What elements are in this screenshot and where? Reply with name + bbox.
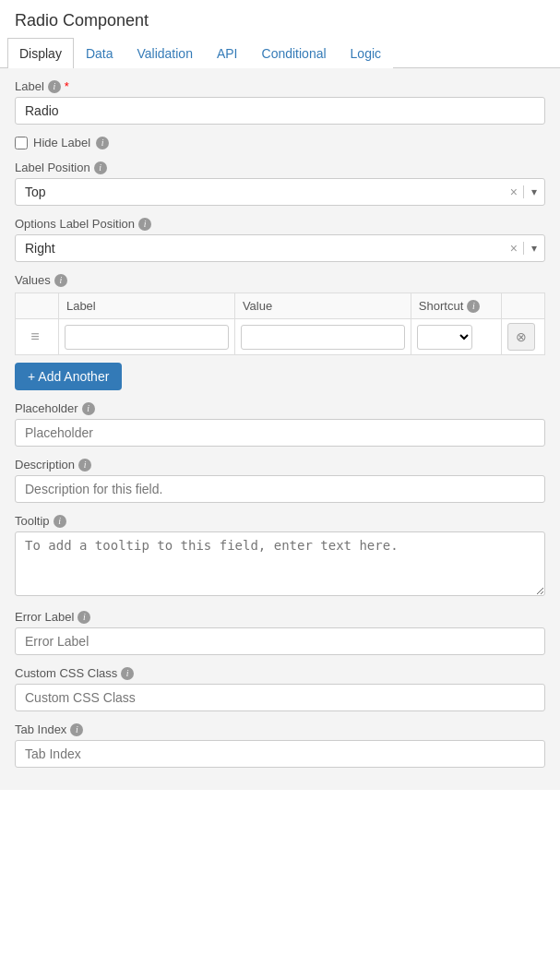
- label-position-label: Label Position i: [15, 161, 545, 174]
- th-value: Value: [234, 293, 411, 319]
- shortcut-help-icon[interactable]: i: [467, 300, 480, 313]
- options-label-help-icon[interactable]: i: [138, 218, 151, 231]
- value-cell: [234, 319, 411, 355]
- options-label-position-label: Options Label Position i: [15, 217, 545, 231]
- values-table-header-row: Label Value Shortcut i: [16, 293, 545, 319]
- label-group: Label i *: [15, 79, 545, 125]
- placeholder-text: Placeholder: [15, 401, 78, 415]
- tabs-bar: Display Data Validation API Conditional …: [0, 38, 560, 68]
- placeholder-input[interactable]: [15, 419, 545, 447]
- options-label-position-text: Options Label Position: [15, 217, 135, 231]
- custom-css-input[interactable]: [15, 684, 545, 711]
- th-shortcut-text: Shortcut: [419, 299, 463, 313]
- label-position-group: Label Position i Top × ▾: [15, 161, 545, 206]
- tab-validation[interactable]: Validation: [125, 38, 204, 68]
- description-input[interactable]: [15, 475, 545, 503]
- tab-index-label: Tab Index i: [15, 722, 545, 736]
- placeholder-help-icon[interactable]: i: [82, 402, 95, 415]
- error-label-help-icon[interactable]: i: [77, 611, 90, 624]
- label-required-star: *: [65, 79, 69, 93]
- label-cell: [58, 319, 234, 355]
- placeholder-group: Placeholder i: [15, 401, 545, 447]
- error-label-group: Error Label i: [15, 610, 545, 655]
- custom-css-help-icon[interactable]: i: [121, 667, 134, 680]
- label-field-label: Label i *: [15, 79, 545, 93]
- shortcut-select-wrapper[interactable]: [417, 325, 472, 350]
- page-title: Radio Component: [0, 0, 560, 38]
- values-section: Values i Label Value Shortcut i: [15, 273, 545, 390]
- custom-css-label: Custom CSS Class i: [15, 666, 545, 680]
- th-label: Label: [58, 293, 234, 319]
- add-another-button[interactable]: + Add Another: [15, 363, 122, 390]
- tooltip-group: Tooltip i: [15, 514, 545, 599]
- tab-api[interactable]: API: [205, 38, 250, 68]
- description-group: Description i: [15, 458, 545, 503]
- label-position-select[interactable]: Top × ▾: [15, 178, 545, 206]
- tab-logic[interactable]: Logic: [339, 38, 393, 68]
- options-label-position-value: Right: [16, 235, 505, 261]
- error-label-text: Error Label: [15, 610, 74, 624]
- tab-conditional[interactable]: Conditional: [250, 38, 339, 68]
- tab-index-text: Tab Index: [15, 722, 66, 736]
- description-label: Description i: [15, 458, 545, 472]
- placeholder-label: Placeholder i: [15, 401, 545, 415]
- tab-display[interactable]: Display: [7, 38, 74, 68]
- tooltip-textarea[interactable]: [15, 531, 545, 596]
- table-row: ≡: [16, 319, 545, 355]
- options-label-position-group: Options Label Position i Right × ▾: [15, 217, 545, 262]
- drag-handle-cell: ≡: [16, 319, 59, 355]
- label-position-clear-icon[interactable]: ×: [505, 185, 523, 199]
- tooltip-help-icon[interactable]: i: [54, 515, 66, 528]
- delete-row-button[interactable]: ⊗: [507, 323, 535, 351]
- tab-index-group: Tab Index i: [15, 722, 545, 768]
- values-table: Label Value Shortcut i: [15, 292, 545, 355]
- hide-label-help-icon[interactable]: i: [96, 137, 109, 149]
- values-help-icon[interactable]: i: [54, 274, 67, 287]
- custom-css-group: Custom CSS Class i: [15, 666, 545, 711]
- label-position-arrow-icon[interactable]: ▾: [523, 185, 544, 198]
- th-drag: [16, 293, 59, 319]
- label-position-text: Label Position: [15, 161, 90, 174]
- custom-css-text: Custom CSS Class: [15, 666, 117, 680]
- error-label-label: Error Label i: [15, 610, 545, 624]
- delete-cell: ⊗: [502, 319, 545, 355]
- label-help-icon[interactable]: i: [48, 80, 61, 93]
- options-label-position-clear-icon[interactable]: ×: [505, 241, 523, 256]
- description-text: Description: [15, 458, 75, 472]
- shortcut-select[interactable]: [418, 326, 471, 349]
- drag-handle-icon[interactable]: ≡: [21, 328, 49, 345]
- shortcut-cell: [411, 319, 501, 355]
- error-label-input[interactable]: [15, 627, 545, 655]
- th-shortcut: Shortcut i: [411, 293, 501, 319]
- tab-index-input[interactable]: [15, 740, 545, 768]
- hide-label-checkbox[interactable]: [15, 137, 28, 149]
- th-delete: [502, 293, 545, 319]
- row-value-input[interactable]: [241, 325, 405, 350]
- values-label: Values i: [15, 273, 545, 287]
- hide-label-label[interactable]: Hide Label: [33, 136, 90, 149]
- description-help-icon[interactable]: i: [78, 459, 91, 472]
- values-text: Values: [15, 273, 51, 287]
- tooltip-label: Tooltip i: [15, 514, 545, 528]
- content-area: Label i * Hide Label i Label Position i …: [0, 68, 560, 790]
- tab-index-help-icon[interactable]: i: [70, 723, 83, 736]
- row-label-input[interactable]: [65, 325, 229, 350]
- tab-data[interactable]: Data: [74, 38, 125, 68]
- label-position-help-icon[interactable]: i: [94, 161, 107, 174]
- label-text: Label: [15, 79, 44, 93]
- label-input[interactable]: [15, 97, 545, 125]
- options-label-position-select[interactable]: Right × ▾: [15, 234, 545, 262]
- label-position-value: Top: [16, 179, 505, 205]
- options-label-position-arrow-icon[interactable]: ▾: [523, 242, 544, 255]
- hide-label-row: Hide Label i: [15, 136, 545, 149]
- delete-icon: ⊗: [516, 329, 527, 344]
- tooltip-text: Tooltip: [15, 514, 50, 528]
